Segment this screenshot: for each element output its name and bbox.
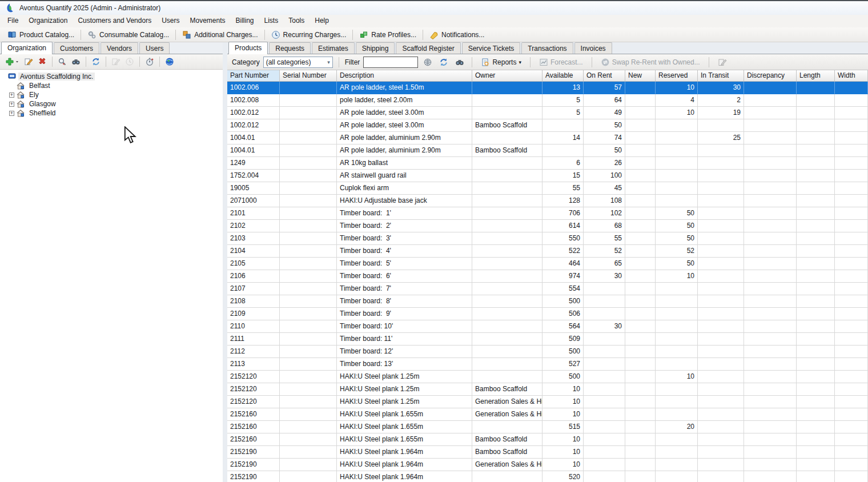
tree-expander-icon[interactable]: +: [9, 111, 14, 116]
tab-estimates[interactable]: Estimates: [312, 42, 355, 54]
history-disabled-button[interactable]: [123, 56, 136, 67]
tab-customers[interactable]: Customers: [54, 42, 99, 54]
table-row[interactable]: 2152160HAKI:U Steel plank 1.655mGenerati…: [227, 408, 868, 421]
tab-vendors[interactable]: Vendors: [101, 42, 138, 54]
column-header-on-rent[interactable]: On Rent: [584, 70, 625, 81]
forecast-button[interactable]: Forecast...: [536, 57, 586, 68]
menu-item-lists[interactable]: Lists: [259, 15, 284, 27]
swap-rerent-button[interactable]: Swap Re-Rent with Owned...: [598, 57, 703, 68]
tab-shipping[interactable]: Shipping: [356, 42, 395, 54]
refresh-button[interactable]: [437, 57, 450, 68]
table-row[interactable]: 2107Timber board: 7'554: [227, 283, 868, 295]
refresh-button[interactable]: [90, 56, 102, 67]
menu-item-help[interactable]: Help: [310, 15, 334, 27]
table-row[interactable]: 2106Timber board: 6'9743010: [227, 270, 868, 283]
table-row[interactable]: 1004.01AR pole ladder, aluminium 2.90m14…: [227, 132, 868, 144]
table-row[interactable]: 1002.008pole ladder, steel 2.00m56442: [227, 94, 868, 107]
table-row[interactable]: 1002.012AR pole ladder, steel 3.00mBambo…: [227, 119, 868, 132]
table-row[interactable]: 2102Timber board: 2'6146850: [227, 220, 868, 232]
menu-item-users[interactable]: Users: [156, 15, 184, 27]
panel-splitter[interactable]: [223, 42, 227, 482]
table-row[interactable]: 1002.006AR pole ladder, steel 1.50m13571…: [227, 82, 868, 94]
tree-item-glasgow[interactable]: +Glasgow: [0, 99, 223, 109]
consumable-catalog-button[interactable]: Consumable Catalog...: [83, 29, 173, 41]
stopwatch-button[interactable]: [143, 56, 156, 67]
table-row[interactable]: 2152120HAKI:U Steel plank 1.25mBamboo Sc…: [227, 383, 868, 396]
table-row[interactable]: 2152190HAKI:U Steel plank 1.964mBamboo S…: [227, 446, 868, 459]
menu-item-customers-and-vendors[interactable]: Customers and Vendors: [73, 15, 156, 27]
earth-button[interactable]: [163, 56, 176, 67]
table-row[interactable]: 1004.01AR pole ladder, aluminium 2.90mBa…: [227, 144, 868, 157]
column-header-part-number[interactable]: Part Number: [227, 70, 280, 81]
table-row[interactable]: 2112Timber board: 12'500: [227, 346, 868, 358]
tab-transactions[interactable]: Transactions: [521, 42, 573, 54]
table-row[interactable]: 1249AR 10kg ballast626: [227, 157, 868, 170]
tab-requests[interactable]: Requests: [269, 42, 311, 54]
table-row[interactable]: 2103Timber board: 3'5505550: [227, 232, 868, 245]
table-row[interactable]: 2152160HAKI:U Steel plank 1.655m51520: [227, 421, 868, 433]
menu-item-tools[interactable]: Tools: [283, 15, 310, 27]
table-row[interactable]: 2152160HAKI:U Steel plank 1.655mBamboo S…: [227, 433, 868, 446]
tab-invoices[interactable]: Invoices: [574, 42, 612, 54]
column-header-owner[interactable]: Owner: [472, 70, 542, 81]
table-row[interactable]: 2152120HAKI:U Steel plank 1.25mGeneratio…: [227, 396, 868, 408]
find-button[interactable]: [453, 57, 466, 68]
table-row[interactable]: 1752.004AR stairwell guard rail15100: [227, 170, 868, 182]
table-row[interactable]: 19005Cuplok flexi arm5545: [227, 182, 868, 195]
web-button[interactable]: [421, 57, 434, 68]
menu-item-file[interactable]: File: [2, 15, 23, 27]
tab-organization[interactable]: Organization: [1, 42, 53, 54]
recurring-charges-button[interactable]: Recurring Charges...: [267, 29, 351, 41]
reports-button[interactable]: Reports ▾: [478, 57, 524, 68]
find-button[interactable]: [70, 56, 82, 67]
column-header-length[interactable]: Length: [797, 70, 835, 81]
tree-item-root[interactable]: Avontus Scaffolding Inc.: [0, 72, 223, 81]
tree-item-ely[interactable]: +Ely: [0, 90, 223, 99]
column-header-width[interactable]: Width: [835, 70, 868, 81]
table-row[interactable]: 2105Timber board: 5'4646550: [227, 258, 868, 270]
menu-item-movements[interactable]: Movements: [184, 15, 230, 27]
tab-scaffold-register[interactable]: Scaffold Register: [396, 42, 460, 54]
tab-service-tickets[interactable]: Service Tickets: [462, 42, 521, 54]
table-row[interactable]: 2109Timber board: 9'506: [227, 308, 868, 320]
column-header-available[interactable]: Available: [542, 70, 584, 81]
tree-item-belfast[interactable]: Belfast: [0, 81, 223, 90]
menu-item-billing[interactable]: Billing: [231, 15, 259, 27]
table-row[interactable]: 2152120HAKI:U Steel plank 1.25m50010: [227, 371, 868, 383]
column-header-reserved[interactable]: Reserved: [656, 70, 698, 81]
table-row[interactable]: 1002.012AR pole ladder, steel 3.00m54910…: [227, 107, 868, 119]
tree-item-sheffield[interactable]: +Sheffield: [0, 109, 223, 118]
column-header-discrepancy[interactable]: Discrepancy: [744, 70, 797, 81]
edit-disabled-button[interactable]: [110, 56, 122, 67]
table-row[interactable]: 2110Timber board: 10'56430: [227, 320, 868, 333]
column-header-description[interactable]: Description: [337, 70, 472, 81]
search-button[interactable]: [56, 56, 69, 67]
table-row[interactable]: 2152190HAKI:U Steel plank 1.964m520: [227, 471, 868, 482]
add-button[interactable]: [3, 56, 21, 67]
edit-button[interactable]: [22, 56, 35, 67]
table-row[interactable]: 2108Timber board: 8'500: [227, 295, 868, 308]
edit-product-button[interactable]: [715, 57, 730, 68]
product-catalog-button[interactable]: Product Catalog...: [3, 29, 78, 41]
additional-charges-button[interactable]: Additional Charges...: [178, 29, 262, 41]
filter-input[interactable]: [363, 57, 418, 68]
rate-profiles-button[interactable]: Rate Profiles...: [355, 29, 420, 41]
menu-item-organization[interactable]: Organization: [23, 15, 73, 27]
table-row[interactable]: 2071000HAKI:U Adjustable base jack128108: [227, 195, 868, 207]
table-row[interactable]: 2104Timber board: 4'5225252: [227, 245, 868, 258]
notifications-button[interactable]: Notifications...: [425, 29, 488, 41]
category-dropdown[interactable]: (all categories) ▾: [263, 57, 333, 68]
delete-button[interactable]: [36, 56, 49, 67]
column-header-new[interactable]: New: [625, 70, 656, 81]
table-row[interactable]: 2152190HAKI:U Steel plank 1.964mGenerati…: [227, 459, 868, 471]
tab-products[interactable]: Products: [228, 42, 268, 54]
table-row[interactable]: 2113Timber board: 13'527: [227, 358, 868, 371]
column-header-in-transit[interactable]: In Transit: [698, 70, 744, 81]
table-row[interactable]: 2111Timber board: 11'509: [227, 333, 868, 346]
table-row[interactable]: 2101Timber board: 1'70610250: [227, 207, 868, 220]
column-header-serial-number[interactable]: Serial Number: [280, 70, 337, 81]
tab-users[interactable]: Users: [139, 42, 170, 54]
tree-expander-icon[interactable]: +: [9, 102, 14, 107]
table-cell: Bamboo Scaffold: [472, 144, 542, 157]
tree-expander-icon[interactable]: +: [9, 93, 14, 98]
